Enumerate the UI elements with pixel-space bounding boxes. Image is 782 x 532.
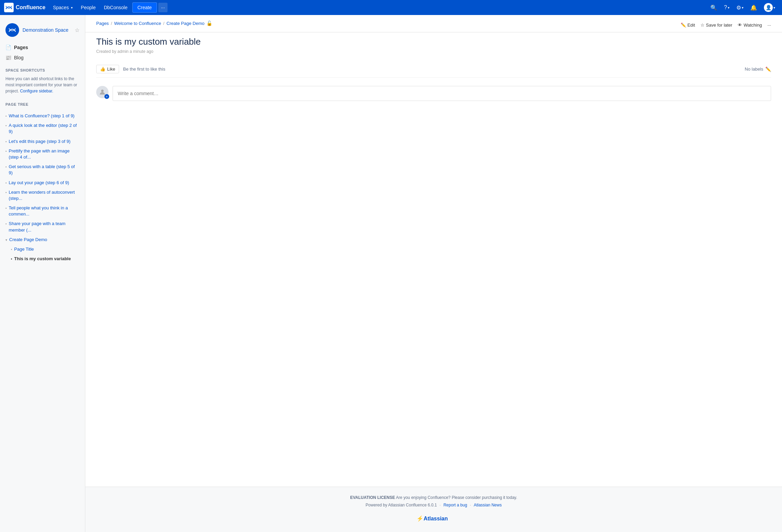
page-tree-item-page-title[interactable]: • Page Title [0, 245, 85, 254]
bullet-icon: • [5, 123, 7, 128]
breadcrumb: Pages / Welcome to Confluence / Create P… [96, 20, 212, 26]
help-chevron-icon: ▾ [728, 6, 729, 10]
breadcrumb-pages[interactable]: Pages [96, 21, 109, 26]
page-actions: ✏️ Edit ☆ Save for later 👁 Watching ··· [681, 21, 771, 29]
no-labels-text: No labels [745, 66, 763, 72]
page-tree-item[interactable]: • What is Confluence? (step 1 of 9) [0, 111, 85, 121]
bullet-icon: • [11, 257, 12, 262]
pages-icon: 📄 [5, 45, 11, 50]
page-header: Pages / Welcome to Confluence / Create P… [85, 15, 782, 32]
dbconsole-nav-button[interactable]: DbConsole [100, 3, 131, 12]
collapse-arrow-icon: ▾ [5, 238, 7, 242]
help-icon: ? [724, 4, 727, 11]
thumbs-up-icon: 👍 [100, 66, 105, 72]
sidebar-item-blog[interactable]: 📰 Blog [0, 53, 85, 63]
search-icon: 🔍 [710, 4, 717, 11]
bullet-icon: • [5, 222, 7, 226]
page-tree-item-custom-variable[interactable]: • This is my custom variable [0, 254, 85, 264]
sidebar-blog-label: Blog [14, 55, 24, 60]
favorite-space-button[interactable]: ☆ [75, 27, 79, 33]
create-button[interactable]: Create [132, 2, 157, 13]
powered-by-text: Powered by Atlassian Confluence 6.0.1 [366, 503, 437, 507]
page-meta: Created by admin a minute ago [85, 49, 782, 59]
bullet-icon: • [5, 114, 7, 119]
blog-icon: 📰 [5, 55, 11, 60]
like-button[interactable]: 👍 Like [96, 65, 119, 73]
page-tree-item[interactable]: • A quick look at the editor (step 2 of … [0, 121, 85, 136]
people-nav-button[interactable]: People [77, 3, 99, 12]
like-placeholder-text: Be the first to like this [123, 66, 165, 72]
footer: EVALUATION LICENSE Are you enjoying Conf… [85, 487, 782, 532]
like-left: 👍 Like Be the first to like this [96, 65, 165, 73]
space-header: Demonstration Space ☆ [0, 20, 85, 42]
spaces-chevron-icon: ▾ [71, 6, 73, 10]
page-more-actions-button[interactable]: ··· [767, 21, 771, 29]
space-shortcuts-title: SPACE SHORTCUTS [0, 63, 85, 74]
page-top-row: Pages / Welcome to Confluence / Create P… [96, 20, 771, 32]
breadcrumb-sep-2: / [163, 21, 164, 26]
page-tree-item[interactable]: • Share your page with a team member (..… [0, 219, 85, 235]
page-tree-title: PAGE TREE [0, 97, 85, 108]
eye-icon: 👁 [738, 23, 742, 28]
watching-button[interactable]: 👁 Watching [738, 21, 762, 29]
settings-button[interactable]: ⚙ ▾ [734, 2, 746, 13]
page-tree-item[interactable]: • Prettify the page with an image (step … [0, 146, 85, 162]
sidebar-pages-label: Pages [14, 45, 28, 50]
page-tree-item-create-demo[interactable]: ▾ Create Page Demo [0, 235, 85, 245]
notifications-button[interactable]: 🔔 [748, 2, 760, 13]
svg-text:⚡Atlassian: ⚡Atlassian [417, 515, 448, 522]
page-tree-item[interactable]: • Learn the wonders of autoconvert (step… [0, 188, 85, 203]
add-comment-icon: + [104, 94, 109, 99]
bullet-icon: • [5, 181, 7, 186]
page-body: 👍 Like Be the first to like this No labe… [85, 59, 782, 487]
pencil-icon: ✏️ [765, 66, 771, 72]
page-tree: • What is Confluence? (step 1 of 9) • A … [0, 108, 85, 266]
page-tree-item[interactable]: • Tell people what you think in a commen… [0, 203, 85, 219]
page-title: This is my custom variable [85, 32, 782, 49]
spaces-menu-button[interactable]: Spaces ▾ [49, 3, 76, 12]
report-bug-link[interactable]: Report a bug [444, 503, 467, 507]
bullet-icon: • [5, 165, 7, 169]
breadcrumb-welcome[interactable]: Welcome to Confluence [114, 21, 161, 26]
comment-section: + [96, 86, 771, 101]
user-avatar-button[interactable]: 👤 ▾ [761, 1, 778, 14]
main-content-area: Pages / Welcome to Confluence / Create P… [85, 15, 782, 532]
logo-text: Confluence [16, 4, 45, 11]
like-section: 👍 Like Be the first to like this No labe… [96, 65, 771, 78]
svg-point-0 [101, 90, 103, 92]
edit-icon: ✏️ [681, 23, 686, 28]
sidebar-item-pages[interactable]: 📄 Pages [0, 42, 85, 53]
breadcrumb-sep-1: / [111, 21, 112, 26]
bullet-icon: • [5, 139, 7, 144]
footer-dot-1: · [439, 503, 440, 507]
bullet-icon: • [5, 149, 7, 154]
confluence-logo[interactable]: Confluence [4, 3, 45, 12]
space-name[interactable]: Demonstration Space [23, 27, 71, 33]
user-avatar-icon: 👤 [764, 3, 773, 12]
footer-links: Powered by Atlassian Confluence 6.0.1 · … [96, 503, 771, 507]
lock-icon: 🔓 [206, 20, 212, 26]
eval-license-label: EVALUATION LICENSE [350, 495, 395, 500]
comment-input[interactable] [113, 86, 771, 101]
nav-more-button[interactable]: ··· [158, 3, 168, 12]
user-chevron-icon: ▾ [773, 6, 775, 10]
edit-labels-button[interactable]: ✏️ [765, 66, 771, 72]
footer-eval-text: EVALUATION LICENSE Are you enjoying Conf… [96, 495, 771, 500]
top-navigation: Confluence Spaces ▾ People DbConsole Cre… [0, 0, 782, 15]
page-tree-item[interactable]: • Lay out your page (step 6 of 9) [0, 178, 85, 188]
breadcrumb-create-demo[interactable]: Create Page Demo [166, 21, 204, 26]
commenter-avatar: + [96, 86, 108, 98]
search-button[interactable]: 🔍 [708, 2, 720, 13]
sidebar: Demonstration Space ☆ 📄 Pages 📰 Blog SPA… [0, 15, 85, 532]
page-tree-item[interactable]: • Get serious with a table (step 5 of 9) [0, 162, 85, 178]
help-button[interactable]: ? ▾ [721, 2, 732, 13]
page-tree-item[interactable]: • Let's edit this page (step 3 of 9) [0, 137, 85, 146]
bullet-icon: • [5, 190, 7, 195]
atlassian-news-link[interactable]: Atlassian News [474, 503, 502, 507]
settings-chevron-icon: ▾ [742, 6, 743, 10]
star-outline-icon: ☆ [700, 23, 705, 28]
edit-button[interactable]: ✏️ Edit [681, 21, 695, 29]
logo-icon [4, 3, 14, 12]
save-for-later-button[interactable]: ☆ Save for later [700, 21, 732, 29]
configure-sidebar-link[interactable]: Configure sidebar. [20, 89, 53, 93]
